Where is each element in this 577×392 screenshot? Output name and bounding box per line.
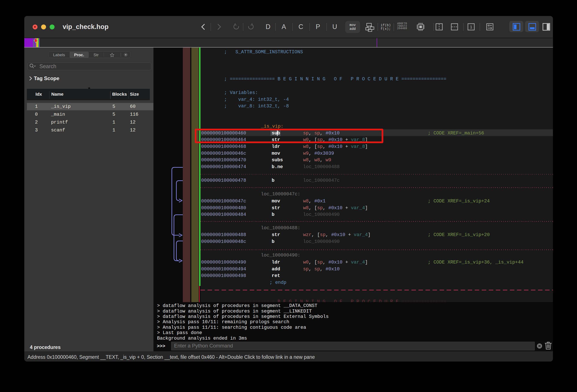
svg-text:1: 1 [470,25,472,29]
